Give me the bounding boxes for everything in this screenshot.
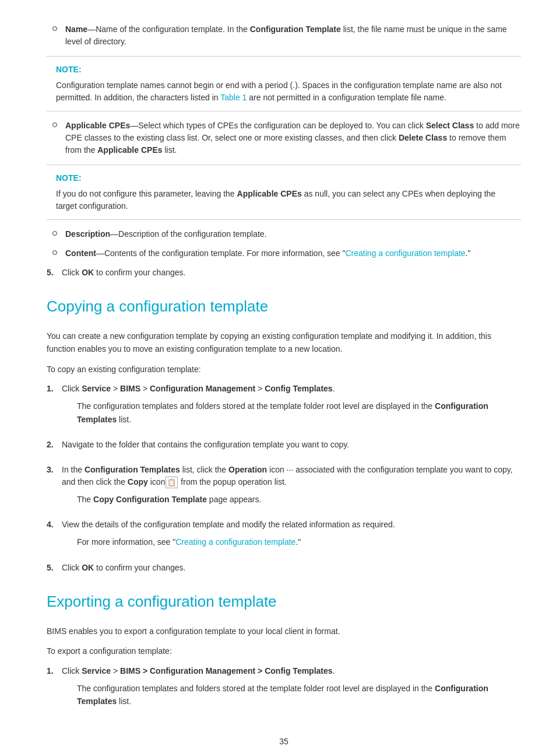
content-bullet-text: Content—Contents of the configuration te… (65, 247, 521, 260)
name-bullet-text: Name—Name of the configuration template.… (65, 23, 521, 48)
export-step1-text: Click Service > BIMS > Configuration Man… (62, 665, 521, 677)
export-step1-content: Click Service > BIMS > Configuration Man… (62, 665, 521, 713)
copy-step2-number: 2. (47, 439, 62, 451)
copy-section: Copying a configuration template You can… (47, 295, 521, 574)
copy-step4-content: View the details of the configuration te… (62, 519, 521, 553)
applicable-cpes-label: Applicable CPEs (65, 121, 130, 130)
note-box-1: NOTE: Configuration template names canno… (47, 56, 521, 111)
description-label: Description (65, 229, 110, 239)
description-bullet-item: Description—Description of the configura… (47, 228, 521, 240)
note-label-1: NOTE: (56, 64, 512, 76)
bullet-circle-cpes (52, 123, 57, 127)
name-bullet-section: Name—Name of the configuration template.… (47, 23, 521, 279)
copy-step3-text: In the Configuration Templates list, cli… (62, 464, 521, 488)
name-text1: Name of the configuration template. In t… (96, 24, 250, 34)
export-step1-sub: The configuration templates and folders … (62, 682, 521, 708)
copy-step3: 3. In the Configuration Templates list, … (47, 464, 521, 510)
copy-step1-text: Click Service > BIMS > Configuration Man… (62, 383, 521, 395)
copy-step4-sub: For more information, see "Creating a co… (62, 536, 521, 548)
applicable-cpes-text: Applicable CPEs—Select which types of CP… (65, 120, 521, 156)
export-section: Exporting a configuration template BIMS … (47, 590, 521, 713)
name-dash: — (87, 24, 96, 34)
export-intro-2: To export a configuration template: (47, 645, 521, 657)
copy-step2-content: Navigate to the folder that contains the… (62, 439, 521, 456)
copy-step1-sub: The configuration templates and folders … (62, 400, 521, 426)
step5-number: 5. (47, 267, 62, 279)
name-bullet-item: Name—Name of the configuration template.… (47, 23, 521, 48)
step5-confirm: 5. Click OK to confirm your changes. (47, 267, 521, 279)
copy-intro-1: You can create a new configuration templ… (47, 330, 521, 356)
copy-step5-content: Click OK to confirm your changes. (62, 562, 521, 574)
name-label: Name (65, 24, 87, 34)
note-text-1: Configuration template names cannot begi… (56, 79, 512, 104)
copy-step4-text: View the details of the configuration te… (62, 519, 521, 531)
copy-step1-number: 1. (47, 383, 62, 395)
export-section-heading: Exporting a configuration template (47, 590, 521, 615)
copy-intro-2: To copy an existing configuration templa… (47, 363, 521, 376)
bullet-circle-name (52, 26, 57, 31)
copy-step1-content: Click Service > BIMS > Configuration Man… (62, 383, 521, 430)
note-box-2: NOTE: If you do not configure this param… (47, 164, 521, 220)
applicable-cpes-bullet-item: Applicable CPEs—Select which types of CP… (47, 120, 521, 156)
copy-step2-text: Navigate to the folder that contains the… (62, 439, 521, 451)
page-number: 35 (47, 736, 521, 748)
copy-step3-number: 3. (47, 464, 62, 476)
creating-config-link-1[interactable]: Creating a configuration template (345, 249, 465, 258)
copy-step3-content: In the Configuration Templates list, cli… (62, 464, 521, 510)
copy-step2: 2. Navigate to the folder that contains … (47, 439, 521, 456)
copy-icon: 📋 (166, 477, 178, 488)
export-intro-1: BIMS enables you to export a configurati… (47, 625, 521, 638)
copy-section-heading: Copying a configuration template (47, 295, 521, 320)
creating-config-link-2[interactable]: Creating a configuration template (175, 537, 295, 547)
copy-step3-sub: The Copy Configuration Template page app… (62, 493, 521, 506)
bullet-circle-content (52, 250, 57, 255)
note-label-2: NOTE: (56, 172, 512, 184)
content-bullet-item: Content—Contents of the configuration te… (47, 247, 521, 260)
description-bullet-text: Description—Description of the configura… (65, 228, 521, 240)
table1-link[interactable]: Table 1 (220, 93, 247, 102)
bullet-circle-description (52, 231, 57, 236)
copy-step5: 5. Click OK to confirm your changes. (47, 562, 521, 574)
copy-step4: 4. View the details of the configuration… (47, 519, 521, 553)
step5-content: Click OK to confirm your changes. (62, 267, 521, 279)
config-template-bold: Configuration Template (250, 24, 341, 34)
copy-step4-number: 4. (47, 519, 62, 531)
copy-step5-number: 5. (47, 562, 62, 574)
export-step1-number: 1. (47, 665, 62, 677)
note-text-2: If you do not configure this parameter, … (56, 188, 512, 212)
export-step1: 1. Click Service > BIMS > Configuration … (47, 665, 521, 713)
content-label: Content (65, 249, 96, 258)
copy-step1: 1. Click Service > BIMS > Configuration … (47, 383, 521, 430)
